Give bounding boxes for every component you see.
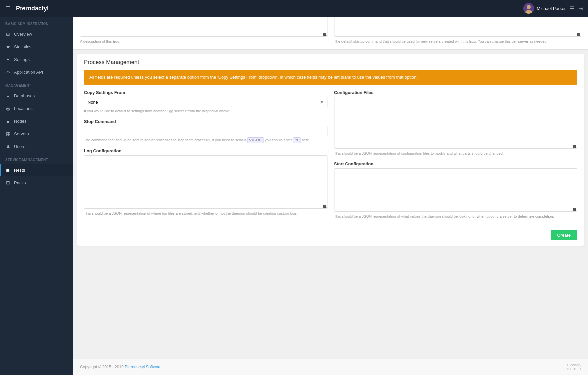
sidebar-section-basic-admin: BASIC ADMINISTRATION	[0, 17, 73, 28]
api-icon: ∞	[5, 69, 11, 75]
sidebar-item-nests[interactable]: ▣ Nests	[0, 164, 73, 176]
users-icon: ♟	[5, 144, 11, 149]
right-column: Configuration Files This should be a JSO…	[334, 90, 578, 225]
copy-settings-select[interactable]: None	[84, 97, 327, 107]
avatar	[523, 3, 534, 14]
user-name: Michael Parker	[537, 6, 566, 11]
sidebar-label-locations: Locations	[14, 106, 33, 111]
stop-command-input[interactable]	[84, 126, 327, 136]
startup-textarea-container	[334, 17, 582, 38]
content-area: A description of this Egg. The default s…	[73, 17, 588, 375]
list-icon[interactable]: ☰	[570, 5, 574, 12]
footer-version: P canary © 0.195s	[567, 363, 581, 371]
stop-command-help-prefix: The command that should be sent to serve…	[84, 138, 246, 142]
left-column: Copy Settings From None ▼ If you would l…	[84, 90, 327, 225]
statistics-icon: ★	[5, 44, 11, 49]
log-config-resize-handle	[323, 205, 326, 208]
log-configuration-group: Log Configuration This should be a JSON …	[84, 148, 327, 216]
sidebar-label-users: Users	[14, 144, 25, 149]
stop-command-help-suffix: you should enter	[265, 138, 292, 142]
logout-icon[interactable]: ⇥	[578, 5, 583, 12]
egg-description-textarea[interactable]	[80, 17, 327, 37]
sidebar-section-management: MANAGEMENT	[0, 78, 73, 89]
sidebar-item-locations[interactable]: ◎ Locations	[0, 102, 73, 115]
log-configuration-textarea[interactable]	[84, 155, 327, 209]
packs-icon: ⊡	[5, 180, 11, 185]
log-config-textarea-container	[84, 155, 327, 210]
stop-command-label: Stop Command	[84, 119, 327, 124]
locations-icon: ◎	[5, 106, 11, 111]
start-configuration-textarea[interactable]	[334, 168, 578, 212]
sigint-code: SIGINT	[247, 137, 264, 143]
footer-time-label: © 0.195s	[567, 367, 581, 371]
svg-point-1	[527, 5, 531, 9]
start-configuration-label: Start Configuration	[334, 161, 578, 166]
sidebar-item-users[interactable]: ♟ Users	[0, 140, 73, 153]
startup-help: The default startup command that should …	[334, 39, 582, 44]
description-textarea-container	[80, 17, 327, 38]
startup-command-field: The default startup command that should …	[334, 17, 582, 44]
configuration-files-label: Configuration Files	[334, 90, 578, 95]
stop-command-help-end: here.	[302, 138, 310, 142]
navbar-right: Michael Parker ☰ ⇥	[523, 3, 583, 14]
navbar: ☰ Pterodactyl Michael Parker ☰ ⇥	[0, 0, 588, 17]
startup-resize-handle	[577, 33, 580, 36]
configuration-files-group: Configuration Files This should be a JSO…	[334, 90, 578, 156]
sidebar-label-settings: Settings	[14, 57, 30, 62]
configuration-files-help: This should be a JSON representation of …	[334, 151, 578, 156]
sidebar-item-packs[interactable]: ⊡ Packs	[0, 176, 73, 189]
log-configuration-help: This should be a JSON representation of …	[84, 211, 327, 216]
servers-icon: ▦	[5, 131, 11, 136]
sidebar-item-databases[interactable]: ≡ Databases	[0, 89, 73, 102]
main-panel: A description of this Egg. The default s…	[73, 17, 588, 359]
footer-link-suffix: .	[163, 365, 164, 369]
sidebar-item-statistics[interactable]: ★ Statistics	[0, 40, 73, 53]
nests-icon: ▣	[5, 167, 11, 173]
footer-copyright: Copyright © 2015 - 2019 Pterodactyl Soft…	[80, 365, 164, 369]
navbar-left: ☰ Pterodactyl	[5, 5, 49, 12]
footer: Copyright © 2015 - 2019 Pterodactyl Soft…	[73, 359, 588, 375]
copy-settings-group: Copy Settings From None ▼ If you would l…	[84, 90, 327, 114]
sidebar-item-application-api[interactable]: ∞ Application API	[0, 66, 73, 78]
configuration-files-textarea[interactable]	[334, 97, 578, 149]
user-menu[interactable]: Michael Parker	[523, 3, 566, 14]
alert-warning-banner: All fields are required unless you selec…	[84, 70, 577, 85]
sidebar-item-nodes[interactable]: ▲ Nodes	[0, 115, 73, 127]
footer-copyright-text: Copyright © 2015 - 2019	[80, 365, 124, 369]
nodes-icon: ▲	[5, 118, 11, 124]
copy-settings-select-wrapper: None ▼	[84, 97, 327, 107]
form-actions: Create	[77, 225, 584, 246]
app-title: Pterodactyl	[16, 5, 49, 12]
create-button[interactable]: Create	[551, 230, 577, 240]
copy-settings-help: If you would like to default to settings…	[84, 109, 327, 114]
sidebar-label-statistics: Statistics	[14, 44, 31, 49]
process-management-title: Process Management	[77, 54, 584, 70]
sidebar-item-settings[interactable]: ✦ Settings	[0, 53, 73, 66]
start-config-textarea-container	[334, 168, 578, 213]
sidebar-item-overview[interactable]: ⊞ Overview	[0, 28, 73, 40]
sidebar-item-servers[interactable]: ▦ Servers	[0, 127, 73, 140]
log-configuration-label: Log Configuration	[84, 148, 327, 153]
home-icon: ⊞	[5, 31, 11, 37]
hamburger-icon[interactable]: ☰	[5, 5, 11, 12]
egg-description-field: A description of this Egg.	[80, 17, 327, 44]
start-configuration-help: This should be a JSON representation of …	[334, 214, 578, 219]
description-resize-handle	[323, 33, 326, 36]
process-management-section: Process Management All fields are requir…	[77, 54, 584, 245]
ctrl-c-code: ^C	[293, 137, 300, 143]
sidebar-label-overview: Overview	[14, 32, 32, 37]
copy-settings-label: Copy Settings From	[84, 90, 327, 95]
start-config-resize-handle	[573, 208, 576, 211]
config-files-textarea-container	[334, 97, 578, 150]
sidebar: BASIC ADMINISTRATION ⊞ Overview ★ Statis…	[0, 17, 73, 375]
sidebar-label-packs: Packs	[14, 180, 26, 185]
main-layout: BASIC ADMINISTRATION ⊞ Overview ★ Statis…	[0, 17, 588, 375]
config-files-resize-handle	[573, 145, 576, 148]
start-configuration-group: Start Configuration This should be a JSO…	[334, 161, 578, 219]
top-description-section: A description of this Egg. The default s…	[73, 17, 588, 50]
sidebar-label-application-api: Application API	[14, 70, 43, 75]
footer-link[interactable]: Pterodactyl Software	[125, 365, 162, 369]
footer-version-label: P canary	[567, 363, 581, 367]
startup-command-textarea[interactable]	[334, 17, 582, 37]
sidebar-section-service-management: SERVICE MANAGEMENT	[0, 153, 73, 164]
